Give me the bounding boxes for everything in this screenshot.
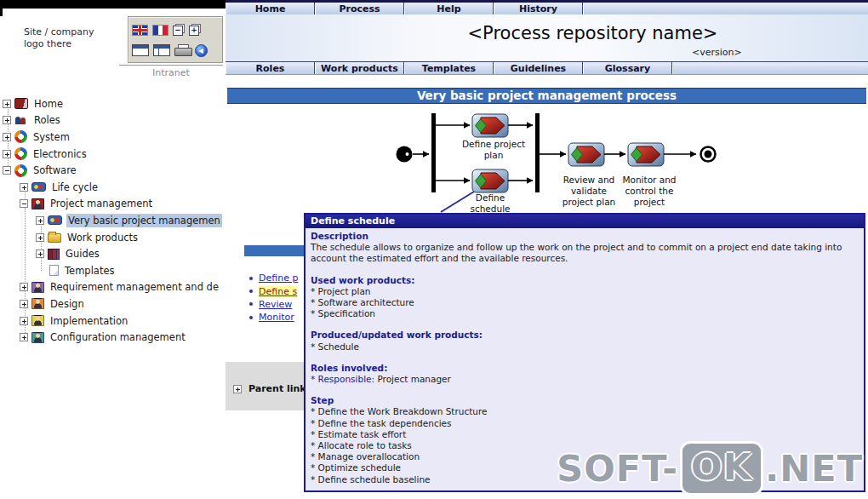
tree-item-label[interactable]: System [31, 130, 71, 144]
tree-item-label[interactable]: Guides [64, 247, 101, 261]
description-heading: Description [311, 231, 859, 242]
tree-item-label[interactable]: Requirement management and de [49, 280, 220, 294]
tree-item-label[interactable]: Implementation [49, 314, 129, 328]
roles-item: * Responsible: Project manager [311, 374, 859, 385]
softok-watermark: SOFT- OK .NET [557, 441, 863, 496]
tree-item-label[interactable]: Templates [63, 264, 116, 278]
task-define-schedule[interactable] [472, 169, 508, 192]
link-review-validate[interactable]: Review [259, 299, 292, 310]
expand-icon[interactable] [36, 233, 44, 242]
tree-item-label[interactable]: Design [49, 297, 86, 311]
layout-with-menu-icon[interactable] [153, 44, 170, 56]
tree-item-label[interactable]: Roles [32, 113, 62, 127]
step-heading: Step [311, 395, 859, 406]
tab-glossary[interactable]: Glossary [583, 62, 672, 74]
tab-roles[interactable]: Roles [226, 62, 315, 74]
tab-help[interactable]: Help [404, 3, 494, 14]
layout-no-menu-icon[interactable] [132, 44, 149, 56]
print-icon[interactable] [174, 44, 191, 56]
tree-item-label[interactable]: Electronics [31, 147, 89, 161]
leaf-spacer [36, 267, 44, 275]
popup-title: Define schedule [306, 215, 864, 228]
end-event-center [705, 151, 712, 158]
collapse-icon[interactable] [20, 199, 28, 208]
site-logo-placeholder: Site / company logo there [24, 26, 99, 50]
tab-process[interactable]: Process [315, 3, 404, 14]
link-monitor-control[interactable]: Monitor [259, 312, 294, 323]
expand-icon[interactable] [36, 216, 44, 225]
tree-item-label[interactable]: Project management [49, 197, 154, 210]
task-monitor-control[interactable] [628, 143, 664, 166]
parent-links-expand-icon[interactable] [233, 385, 242, 393]
back-icon[interactable] [195, 44, 208, 57]
french-language-flag-icon[interactable] [152, 25, 168, 36]
tree-item-label[interactable]: Work products [66, 231, 140, 244]
tree-item-software[interactable]: Software [0, 162, 226, 179]
tree-guide [25, 187, 26, 338]
second-nav-bar: Roles Work products Templates Guidelines… [226, 61, 868, 75]
task-review-validate[interactable] [568, 143, 604, 166]
navigation-tree: Home Roles System Electronics Software [0, 95, 226, 346]
tab-home[interactable]: Home [226, 3, 315, 14]
collapse-icon[interactable] [3, 166, 11, 175]
tab-guidelines[interactable]: Guidelines [494, 62, 583, 74]
tree-item-project-management[interactable]: Project management [0, 196, 226, 213]
description-text: The schedule allows to organize and foll… [311, 242, 859, 264]
tree-item-work-products[interactable]: Work products [0, 229, 226, 246]
tree-item-requirement-management[interactable]: Requirement management and de [0, 279, 226, 296]
tab-templates[interactable]: Templates [404, 62, 494, 74]
design-icon [31, 298, 44, 309]
expand-icon[interactable] [20, 283, 28, 291]
tree-item-label[interactable]: Configuration management [49, 330, 187, 344]
start-event[interactable] [397, 146, 413, 163]
top-black-bar [0, 0, 226, 9]
english-language-flag-icon[interactable] [132, 25, 148, 36]
version-label: <version> [692, 47, 742, 58]
expand-icon[interactable] [3, 100, 11, 108]
expand-icon[interactable] [20, 317, 28, 325]
expand-icon[interactable] [20, 333, 28, 341]
tree-item-implementation[interactable]: Implementation [0, 313, 226, 330]
document-icon [49, 265, 59, 276]
tree-item-home[interactable]: Home [0, 95, 226, 112]
start-event-highlight [406, 152, 409, 156]
expand-icon[interactable] [3, 116, 11, 124]
process-cycle-icon [14, 147, 27, 160]
bullet-icon [249, 290, 253, 293]
tree-item-label[interactable]: Very basic project managemen [66, 214, 222, 227]
tree-item-configuration-management[interactable]: Configuration management [0, 329, 226, 346]
link-define-project-plan[interactable]: Define p [259, 272, 298, 284]
tree-item-design[interactable]: Design [0, 295, 226, 313]
home-book-icon [14, 98, 28, 109]
tree-item-life-cycle[interactable]: Life cycle [0, 179, 226, 196]
expand-icon[interactable] [3, 150, 11, 158]
expand-all-icon[interactable] [189, 24, 201, 36]
tree-item-templates[interactable]: Templates [0, 262, 226, 279]
toolbar-row-1 [132, 20, 219, 40]
title-band: <Process repository name> <version> [226, 14, 868, 61]
expand-icon[interactable] [36, 250, 44, 258]
tree-item-label[interactable]: Life cycle [50, 181, 100, 194]
expand-icon[interactable] [20, 300, 28, 308]
tree-item-roles[interactable]: Roles [0, 112, 226, 129]
tree-item-label[interactable]: Software [31, 163, 78, 177]
link-define-schedule[interactable]: Define s [259, 286, 297, 297]
collapse-all-icon[interactable] [173, 24, 185, 36]
used-work-products-heading: Used work products: [311, 275, 859, 286]
tab-work-products[interactable]: Work products [315, 62, 404, 74]
tree-item-system[interactable]: System [0, 129, 226, 146]
sidebar: Site / company logo there Intranet [0, 0, 226, 499]
task-define-project-plan[interactable] [472, 114, 508, 137]
tree-item-very-basic-project-management[interactable]: Very basic project managemen [0, 212, 226, 229]
step-item: * Define the task dependencies [311, 418, 859, 429]
step-item: * Estimate task effort [311, 429, 859, 440]
toolbar-row-2 [132, 40, 219, 60]
produced-work-products-heading: Produced/updated work products: [311, 330, 859, 341]
bullet-icon [249, 277, 253, 280]
tree-item-guides[interactable]: Guides [0, 245, 226, 262]
expand-icon[interactable] [3, 133, 11, 141]
tree-item-label[interactable]: Home [32, 97, 65, 111]
tree-item-electronics[interactable]: Electronics [0, 146, 226, 163]
expand-icon[interactable] [20, 183, 28, 192]
tab-history[interactable]: History [494, 3, 583, 14]
